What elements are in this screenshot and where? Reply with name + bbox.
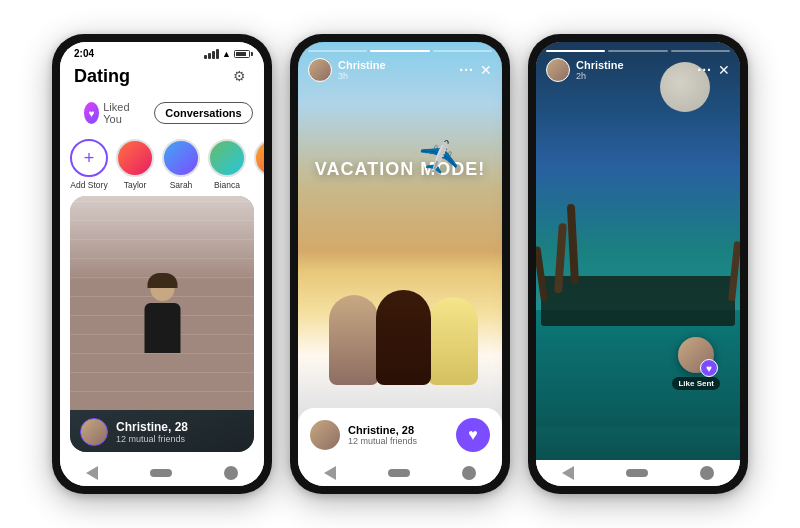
beach-background [298, 42, 502, 460]
story-user-info-2: Christine 3h [308, 58, 386, 82]
progress-seg-1 [308, 50, 367, 52]
story-user-row-2: Christine, 28 12 mutual friends [310, 420, 417, 450]
bianca-avatar [208, 139, 246, 177]
back-btn-1[interactable] [86, 466, 98, 480]
story-username-3: Christine [576, 59, 624, 71]
tab-liked-you[interactable]: ♥ Liked You [74, 97, 146, 129]
add-story-btn[interactable]: + [70, 139, 108, 177]
story-item-sarah[interactable]: Sarah [162, 139, 200, 190]
back-btn-3[interactable] [562, 466, 574, 480]
story-item-sp[interactable]: Sp... [254, 139, 264, 190]
phone-2: Christine 3h ··· ✕ VACATION MODE! ✈️ [290, 34, 510, 494]
back-btn-2[interactable] [324, 466, 336, 480]
tab-conversations[interactable]: Conversations [154, 102, 252, 124]
recents-btn-1[interactable] [224, 466, 238, 480]
story-time-2: 3h [338, 71, 386, 81]
story-close-2[interactable]: ✕ [480, 63, 492, 77]
phone-2-screen: Christine 3h ··· ✕ VACATION MODE! ✈️ [298, 42, 502, 486]
dating-header: Dating ⚙ [60, 61, 264, 93]
phones-container: 2:04 ▲ Dating ⚙ [32, 14, 768, 514]
sarah-avatar [162, 139, 200, 177]
add-story-label: Add Story [70, 180, 107, 190]
signal-bar-4 [216, 49, 219, 59]
progress-seg-3-1 [546, 50, 605, 52]
gear-icon[interactable]: ⚙ [228, 65, 250, 87]
recents-btn-2[interactable] [462, 466, 476, 480]
profile-card[interactable]: Christine, 28 12 mutual friends [70, 196, 254, 452]
palm-right [728, 241, 735, 301]
profile-bg: Christine, 28 12 mutual friends [70, 196, 254, 452]
home-btn-1[interactable] [150, 469, 172, 477]
story-user-details-2: Christine 3h [338, 59, 386, 81]
person-1 [329, 295, 379, 385]
story-progress-3 [546, 50, 730, 52]
heart-badge: ♥ [84, 102, 99, 124]
stories-row: + Add Story Taylor Sarah Bianca Sp [60, 133, 264, 196]
person-3 [428, 297, 478, 385]
palm-center [571, 204, 579, 284]
status-time-1: 2:04 [74, 48, 94, 59]
sitting-body [144, 303, 180, 353]
progress-seg-2 [370, 50, 429, 52]
progress-seg-3 [433, 50, 492, 52]
story-user-details-3: Christine 2h [576, 59, 624, 81]
profile-info-bar: Christine, 28 12 mutual friends [70, 410, 254, 452]
home-btn-2[interactable] [388, 469, 410, 477]
story-dots-3[interactable]: ··· [697, 62, 712, 78]
status-icons-1: ▲ [204, 49, 250, 59]
pool-background [536, 42, 740, 460]
signal-bar-1 [204, 55, 207, 59]
profile-mutual-friends: 12 mutual friends [116, 434, 188, 444]
profile-mini-avatar [80, 418, 108, 446]
progress-seg-3-2 [608, 50, 667, 52]
progress-seg-3-3 [671, 50, 730, 52]
story-time-3: 2h [576, 71, 624, 81]
story-actions-3: ··· ✕ [697, 62, 730, 78]
story-bottom-card-2: Christine, 28 12 mutual friends ♥ [298, 408, 502, 460]
phone-1-screen: 2:04 ▲ Dating ⚙ [60, 42, 264, 486]
battery-icon-1 [234, 50, 250, 58]
story-avatar-3 [546, 58, 570, 82]
story-dots-2[interactable]: ··· [459, 62, 474, 78]
story-bottom-mutual-2: 12 mutual friends [348, 436, 417, 446]
sarah-label: Sarah [170, 180, 193, 190]
battery-fill-1 [236, 52, 246, 56]
profile-person-figure [135, 277, 190, 367]
like-sent-avatar-container: ♥ [678, 337, 714, 373]
story-bottom-info-2: Christine, 28 12 mutual friends [348, 424, 417, 446]
story-screen-2[interactable]: Christine 3h ··· ✕ VACATION MODE! ✈️ [298, 42, 502, 460]
dating-title: Dating [74, 66, 130, 87]
palm-center-left [554, 223, 562, 293]
phone-1: 2:04 ▲ Dating ⚙ [52, 34, 272, 494]
story-like-btn-2[interactable]: ♥ [456, 418, 490, 452]
taylor-label: Taylor [124, 180, 147, 190]
person-2 [376, 290, 431, 385]
recents-btn-3[interactable] [700, 466, 714, 480]
phone-3: Christine 2h ··· ✕ ♥ Like Sent [528, 34, 748, 494]
story-bottom-name-2: Christine, 28 [348, 424, 417, 436]
like-sent-label: Like Sent [672, 377, 720, 390]
story-bottom-row-2: Christine, 28 12 mutual friends ♥ [310, 418, 490, 452]
profile-name: Christine, 28 [116, 420, 188, 434]
story-close-3[interactable]: ✕ [718, 63, 730, 77]
profile-text-info: Christine, 28 12 mutual friends [116, 420, 188, 444]
story-item-add[interactable]: + Add Story [70, 139, 108, 190]
story-user-avatar-2 [310, 420, 340, 450]
conversations-label: Conversations [165, 107, 241, 119]
signal-bar-2 [208, 53, 211, 59]
story-item-taylor[interactable]: Taylor [116, 139, 154, 190]
story-progress-2 [308, 50, 492, 52]
liked-you-label: Liked You [103, 101, 136, 125]
phone-3-screen: Christine 2h ··· ✕ ♥ Like Sent [536, 42, 740, 486]
story-top-bar-2: Christine 3h ··· ✕ [298, 58, 502, 82]
like-sent-badge: ♥ Like Sent [672, 337, 720, 390]
sp-avatar [254, 139, 264, 177]
story-username-2: Christine [338, 59, 386, 71]
signal-bars-1 [204, 49, 219, 59]
story-item-bianca[interactable]: Bianca [208, 139, 246, 190]
palm-left [541, 246, 548, 301]
sitting-hair [147, 273, 177, 288]
story-screen-3[interactable]: Christine 2h ··· ✕ ♥ Like Sent [536, 42, 740, 460]
home-btn-3[interactable] [626, 469, 648, 477]
wifi-icon-1: ▲ [222, 49, 231, 59]
